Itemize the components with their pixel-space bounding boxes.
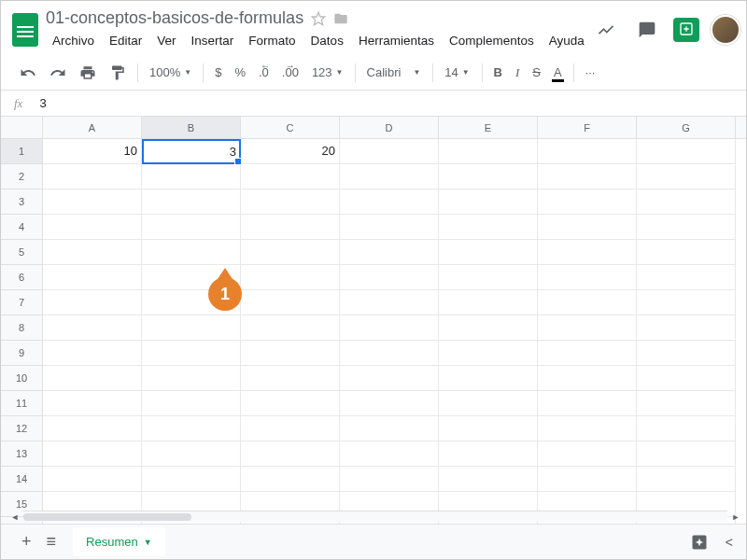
font-size-dropdown[interactable]: 14▼ — [439, 62, 476, 83]
cell-empty[interactable] — [538, 467, 637, 492]
menu-insertar[interactable]: Insertar — [185, 30, 241, 51]
menu-ver[interactable]: Ver — [150, 30, 182, 51]
cell-empty[interactable] — [142, 391, 241, 416]
cell-empty[interactable] — [439, 467, 538, 492]
scroll-right-icon[interactable]: ► — [729, 511, 742, 523]
cell-empty[interactable] — [637, 467, 736, 492]
cell-empty[interactable] — [241, 215, 340, 240]
cell-empty[interactable] — [637, 164, 736, 189]
cell-empty[interactable] — [538, 240, 637, 265]
cell-empty[interactable] — [538, 189, 637, 215]
horizontal-scrollbar[interactable]: ◄ ► — [23, 511, 727, 522]
row-header-2[interactable]: 2 — [1, 164, 43, 189]
increase-decimal-button[interactable]: .00→ — [276, 62, 304, 83]
cell-empty[interactable] — [43, 315, 142, 341]
paint-format-button[interactable] — [104, 61, 132, 85]
cell-empty[interactable] — [241, 416, 340, 441]
star-icon[interactable] — [311, 11, 326, 26]
col-header-b[interactable]: B — [142, 117, 241, 138]
user-avatar[interactable] — [711, 15, 740, 45]
cell-empty[interactable] — [439, 240, 538, 265]
cell-empty[interactable] — [340, 290, 439, 315]
sheets-logo[interactable] — [12, 11, 38, 49]
cell-empty[interactable] — [241, 315, 340, 341]
row-header-8[interactable]: 8 — [1, 315, 43, 341]
fx-label[interactable]: fx — [14, 96, 22, 111]
cell-empty[interactable] — [637, 189, 736, 215]
cell-empty[interactable] — [43, 416, 142, 441]
cell-empty[interactable] — [538, 366, 637, 391]
font-dropdown[interactable]: Calibri▼ — [361, 62, 427, 83]
cell-empty[interactable] — [43, 441, 142, 467]
col-header-f[interactable]: F — [538, 117, 637, 138]
add-sheet-button[interactable]: + — [14, 526, 39, 557]
cell-empty[interactable] — [241, 341, 340, 366]
cell-empty[interactable] — [142, 416, 241, 441]
cell-empty[interactable] — [43, 341, 142, 366]
cell-a1[interactable]: 10 — [43, 139, 142, 164]
row-header-3[interactable]: 3 — [1, 189, 43, 215]
cell-empty[interactable] — [142, 341, 241, 366]
cell-empty[interactable] — [439, 215, 538, 240]
cell-empty[interactable] — [43, 391, 142, 416]
cell-empty[interactable] — [340, 416, 439, 441]
row-header-5[interactable]: 5 — [1, 240, 43, 265]
print-button[interactable] — [74, 61, 102, 85]
cell-empty[interactable] — [340, 341, 439, 366]
cell-empty[interactable] — [637, 441, 736, 467]
cell-empty[interactable] — [241, 441, 340, 467]
cell-empty[interactable] — [439, 315, 538, 341]
col-header-e[interactable]: E — [439, 117, 538, 138]
cell-empty[interactable] — [538, 215, 637, 240]
cell-empty[interactable] — [538, 315, 637, 341]
row-header-6[interactable]: 6 — [1, 265, 43, 290]
formula-input[interactable]: 3 — [39, 96, 733, 110]
cell-empty[interactable] — [637, 416, 736, 441]
cell-f1[interactable] — [538, 139, 637, 164]
cell-empty[interactable] — [637, 265, 736, 290]
menu-archivo[interactable]: Archivo — [46, 30, 101, 51]
explore-button[interactable] — [690, 533, 709, 552]
cell-empty[interactable] — [439, 391, 538, 416]
cell-empty[interactable] — [637, 215, 736, 240]
cell-e1[interactable] — [439, 139, 538, 164]
activity-icon[interactable] — [591, 15, 621, 45]
cell-empty[interactable] — [439, 164, 538, 189]
cell-empty[interactable] — [637, 240, 736, 265]
cell-empty[interactable] — [340, 164, 439, 189]
cell-empty[interactable] — [241, 366, 340, 391]
cell-empty[interactable] — [241, 164, 340, 189]
menu-complementos[interactable]: Complementos — [443, 30, 541, 51]
expand-side-panel-button[interactable]: < — [726, 535, 733, 550]
menu-datos[interactable]: Datos — [304, 30, 350, 51]
select-all-corner[interactable] — [1, 117, 43, 138]
currency-button[interactable]: $ — [209, 62, 227, 83]
col-header-d[interactable]: D — [340, 117, 439, 138]
cell-empty[interactable] — [340, 240, 439, 265]
cell-empty[interactable] — [142, 164, 241, 189]
cell-empty[interactable] — [439, 265, 538, 290]
cell-empty[interactable] — [637, 366, 736, 391]
cell-g1[interactable] — [637, 139, 736, 164]
decrease-decimal-button[interactable]: .0← — [253, 62, 275, 83]
cell-empty[interactable] — [241, 189, 340, 215]
cell-empty[interactable] — [43, 240, 142, 265]
italic-button[interactable]: I — [510, 62, 525, 84]
row-header-4[interactable]: 4 — [1, 215, 43, 240]
bold-button[interactable]: B — [488, 62, 508, 83]
cell-empty[interactable] — [538, 391, 637, 416]
zoom-dropdown[interactable]: 100%▼ — [144, 62, 197, 83]
cell-empty[interactable] — [142, 315, 241, 341]
scroll-thumb[interactable] — [23, 513, 191, 521]
cell-empty[interactable] — [538, 441, 637, 467]
cell-empty[interactable] — [241, 265, 340, 290]
doc-title[interactable]: 01-conceptos-basicos-de-formulas — [46, 8, 303, 28]
cell-b1[interactable]: 3 — [142, 139, 241, 164]
cell-empty[interactable] — [538, 164, 637, 189]
cell-empty[interactable] — [340, 467, 439, 492]
col-header-a[interactable]: A — [43, 117, 142, 138]
cell-empty[interactable] — [340, 441, 439, 467]
row-header-10[interactable]: 10 — [1, 366, 43, 391]
share-cgk-badge[interactable] — [673, 18, 699, 42]
menu-formato[interactable]: Formato — [242, 30, 302, 51]
